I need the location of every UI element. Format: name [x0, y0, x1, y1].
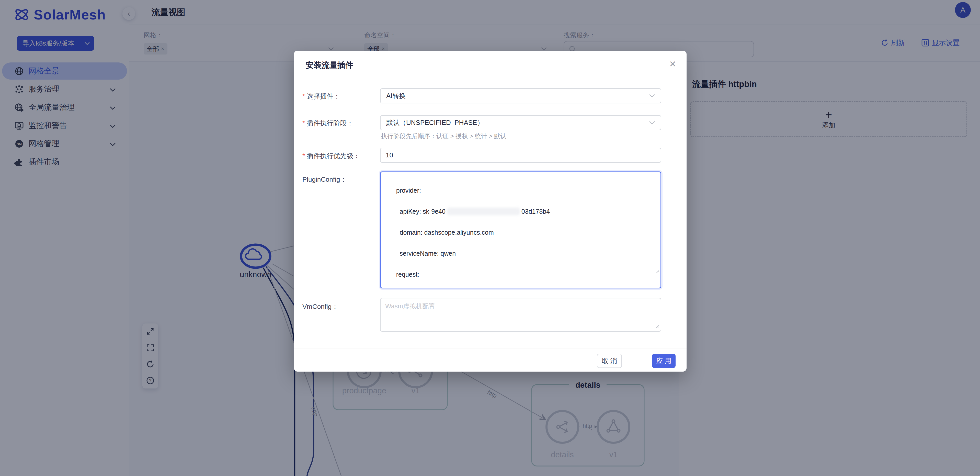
phase-order-hint: 执行阶段先后顺序：认证 > 授权 > 统计 > 默认 [381, 132, 506, 140]
app-root: SolarMesh 导入k8s服务/版本 网格全景 服务治理 [0, 0, 980, 476]
plugin-select-value: AI转换 [386, 91, 406, 100]
config-line: serviceName: qwen [396, 250, 456, 257]
config-line-apikey-prefix: apiKey: sk-9e40 [396, 208, 445, 215]
priority-label: 插件执行优先级： [302, 152, 360, 160]
modal-header: 安装流量插件 ✕ [294, 51, 687, 78]
pluginconfig-label: PluginConfig： [302, 175, 347, 184]
config-line: request: [396, 271, 419, 278]
vmconfig-label: VmConfig： [302, 302, 338, 311]
cancel-button[interactable]: 取 消 [597, 354, 622, 368]
redacted-apikey-blur [447, 208, 520, 215]
phase-select-label: 插件执行阶段： [302, 119, 353, 128]
phase-select[interactable]: 默认（UNSPECIFIED_PHASE） [380, 115, 661, 130]
plugin-select[interactable]: AI转换 [380, 88, 661, 104]
chevron-down-icon [649, 121, 655, 125]
plugin-select-label: 选择插件： [302, 92, 340, 101]
close-icon[interactable]: ✕ [669, 59, 676, 69]
config-line: domain: dashscope.aliyuncs.com [396, 229, 494, 236]
apply-button[interactable]: 应 用 [652, 354, 676, 368]
pluginconfig-textarea[interactable]: provider: apiKey: sk-9e4003d178b4 domain… [380, 171, 661, 288]
resize-handle[interactable] [641, 255, 659, 287]
vmconfig-textarea[interactable] [380, 298, 661, 332]
config-line: provider: [396, 187, 421, 194]
modal-title: 安装流量插件 [306, 60, 353, 70]
modal-footer: 取 消 应 用 [294, 348, 687, 372]
phase-select-value: 默认（UNSPECIFIED_PHASE） [386, 118, 484, 127]
config-line-apikey-suffix: 03d178b4 [522, 208, 550, 215]
resize-handle[interactable] [655, 324, 659, 330]
chevron-down-icon [649, 94, 655, 98]
priority-input[interactable] [380, 148, 661, 163]
install-plugin-modal: 安装流量插件 ✕ 选择插件： AI转换 插件执行阶段： 默认（UNSPECIFI… [294, 51, 687, 372]
